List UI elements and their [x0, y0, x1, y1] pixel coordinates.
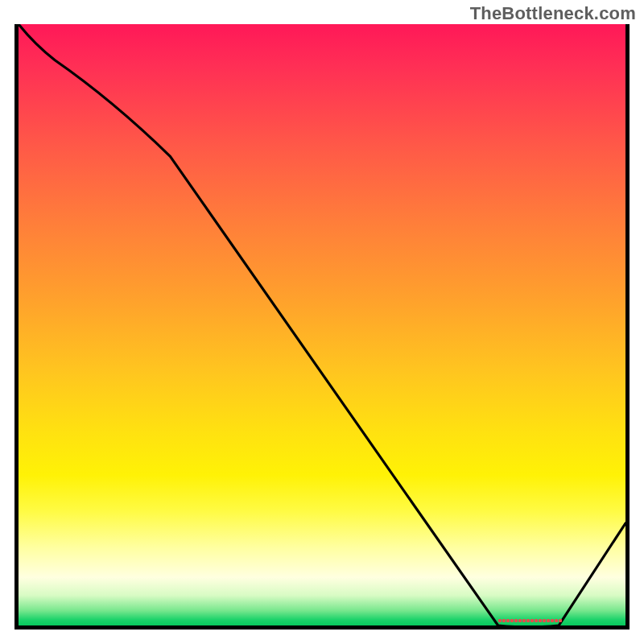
plot-area — [14, 24, 630, 630]
attribution-text: TheBottleneck.com — [470, 3, 636, 24]
chart-frame: TheBottleneck.com — [0, 0, 644, 644]
bottleneck-curve — [19, 24, 625, 625]
curve-path — [19, 24, 625, 625]
